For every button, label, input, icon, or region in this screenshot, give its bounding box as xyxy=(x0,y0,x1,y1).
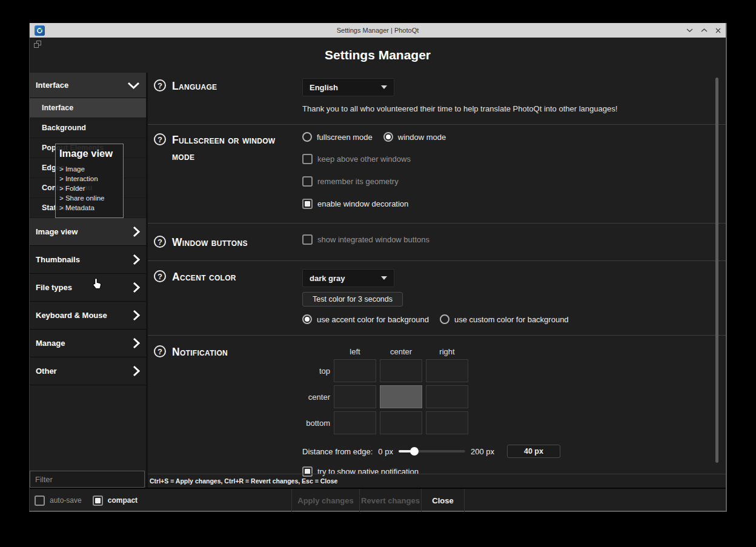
section-title: Window buttons xyxy=(172,234,248,251)
sidebar-category-keyboard-mouse[interactable]: Keyboard & Mouse xyxy=(30,302,146,330)
radio-fullscreen-mode[interactable]: fullscreen mode xyxy=(302,132,373,142)
distance-slider[interactable] xyxy=(399,450,465,453)
sidebar: Interface Interface Background Popout El… xyxy=(30,73,148,488)
section-title: Notification xyxy=(172,344,228,360)
sidebar-category-file-types[interactable]: File types xyxy=(30,274,146,302)
checkbox-icon xyxy=(302,176,313,187)
accent-color-dropdown[interactable]: dark gray xyxy=(302,269,394,287)
position-cell-top-right[interactable] xyxy=(426,359,468,382)
page-title: Settings Manager xyxy=(325,48,431,62)
slider-max-label: 200 px xyxy=(471,447,494,456)
tooltip-item: > Metadata xyxy=(59,203,118,213)
titlebar[interactable]: Settings Manager | PhotoQt xyxy=(30,23,726,38)
position-cell-bottom-right[interactable] xyxy=(426,411,468,434)
position-cell-bottom-left[interactable] xyxy=(334,411,376,434)
section-notification: Notification left center right top cente… xyxy=(148,335,726,474)
chevron-right-icon xyxy=(132,226,140,237)
checkbox-keep-above[interactable]: keep above other windows xyxy=(302,154,726,164)
checkbox-checked-icon xyxy=(93,496,103,506)
close-button[interactable]: Close xyxy=(421,489,465,512)
chevron-right-icon xyxy=(132,365,140,377)
language-dropdown[interactable]: English xyxy=(302,78,394,96)
checkbox-integrated-buttons[interactable]: show integrated window buttons xyxy=(302,234,726,245)
checkbox-icon xyxy=(302,234,313,245)
tooltip-title: Image view xyxy=(59,148,118,159)
popout-icon[interactable] xyxy=(34,41,41,48)
section-language: Language English Thank you to all who vo… xyxy=(148,73,726,124)
distance-value-field[interactable]: 40 px xyxy=(507,445,560,458)
chevron-right-icon xyxy=(132,337,140,349)
checkbox-compact[interactable]: compact xyxy=(93,496,138,506)
section-title: Language xyxy=(172,78,217,94)
shortcut-hint-bar: Ctrl+S = Apply changes, Ctrl+R = Revert … xyxy=(148,474,726,488)
section-title: Fullscreen or window mode xyxy=(172,132,292,165)
maximize-button[interactable] xyxy=(701,28,708,33)
radio-window-mode[interactable]: window mode xyxy=(383,132,446,142)
dropdown-arrow-icon xyxy=(381,85,387,89)
cursor-pointer-icon xyxy=(92,277,102,292)
chevron-right-icon xyxy=(132,254,140,265)
translate-note: Thank you to all who volunteered their t… xyxy=(302,104,726,113)
position-cell-bottom-center[interactable] xyxy=(380,411,422,434)
chevron-right-icon xyxy=(132,282,140,293)
radio-selected-icon xyxy=(383,132,393,142)
radio-custom-background[interactable]: use custom color for background xyxy=(440,314,569,324)
sidebar-category-thumbnails[interactable]: Thumbnails xyxy=(30,246,146,274)
slider-handle[interactable] xyxy=(410,447,419,456)
window-title: Settings Manager | PhotoQt xyxy=(30,27,726,34)
chevron-right-icon xyxy=(132,310,140,321)
tooltip-item: > Image xyxy=(59,164,118,174)
checkbox-window-decoration[interactable]: enable window decoration xyxy=(302,199,726,209)
sidebar-category-image-view[interactable]: Image view xyxy=(30,218,146,246)
sidebar-item-background[interactable]: Background xyxy=(30,118,146,138)
position-cell-center-center[interactable] xyxy=(380,385,422,408)
settings-main-panel: Language English Thank you to all who vo… xyxy=(148,73,726,488)
close-window-button[interactable] xyxy=(715,28,721,33)
checkbox-auto-save[interactable]: auto-save xyxy=(35,496,82,506)
position-cell-top-left[interactable] xyxy=(334,359,376,382)
sidebar-item-interface[interactable]: Interface xyxy=(30,98,146,118)
tooltip-item: > Folder xyxy=(59,184,118,193)
position-cell-top-center[interactable] xyxy=(380,359,422,382)
help-icon[interactable] xyxy=(154,133,166,145)
position-cell-center-right[interactable] xyxy=(426,385,468,408)
settings-window: Settings Manager | PhotoQt Settings Mana… xyxy=(29,23,727,512)
section-accent-color: Accent color dark gray Test color for 3 … xyxy=(148,260,726,335)
radio-selected-icon xyxy=(302,314,312,324)
radio-icon xyxy=(440,314,449,324)
tooltip-item: > Share online xyxy=(59,193,118,203)
checkbox-icon xyxy=(302,154,313,164)
filter-input[interactable] xyxy=(30,471,145,488)
checkbox-remember-geometry[interactable]: remember its geometry xyxy=(302,176,726,187)
sidebar-category-other[interactable]: Other xyxy=(30,357,146,385)
scrollbar-thumb[interactable] xyxy=(715,78,718,463)
revert-changes-button[interactable]: Revert changes xyxy=(359,489,421,512)
sidebar-category-manage[interactable]: Manage xyxy=(30,330,146,357)
chevron-down-icon xyxy=(127,81,140,90)
help-icon[interactable] xyxy=(154,270,166,282)
help-icon[interactable] xyxy=(154,345,166,357)
checkbox-checked-icon xyxy=(302,199,313,209)
slider-min-label: 0 px xyxy=(378,447,393,456)
checkbox-icon xyxy=(35,496,45,506)
section-window-buttons: Window buttons show integrated window bu… xyxy=(148,223,726,260)
test-color-button[interactable]: Test color for 3 seconds xyxy=(302,292,403,307)
image-view-tooltip: Image view > Image > Interaction > Folde… xyxy=(55,144,124,218)
sidebar-category-interface[interactable]: Interface xyxy=(30,73,146,98)
radio-accent-background[interactable]: use accent color for background xyxy=(302,314,429,324)
help-icon[interactable] xyxy=(154,79,166,91)
bottom-action-bar: auto-save compact Apply changes Revert c… xyxy=(30,488,726,512)
section-fullscreen-mode: Fullscreen or window mode fullscreen mod… xyxy=(148,124,726,223)
apply-changes-button[interactable]: Apply changes xyxy=(291,489,359,512)
section-title: Accent color xyxy=(172,269,236,285)
distance-label: Distance from edge: xyxy=(302,447,373,456)
help-icon[interactable] xyxy=(154,236,166,248)
radio-icon xyxy=(302,132,312,142)
notification-position-grid: left center right top center bottom xyxy=(302,344,726,434)
dropdown-arrow-icon xyxy=(381,276,387,280)
tooltip-item: > Interaction xyxy=(59,174,118,184)
minimize-button[interactable] xyxy=(686,28,693,33)
position-cell-center-left[interactable] xyxy=(334,385,376,408)
